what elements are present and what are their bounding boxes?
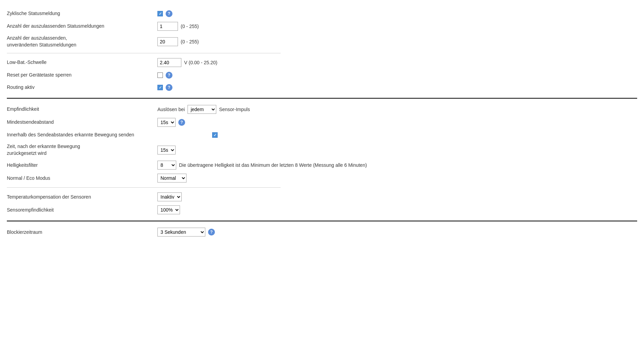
range-low-bat: V (0.00 - 25.20) bbox=[184, 60, 217, 65]
section-general: Zyklische Statusmeldung ? Anzahl der aus… bbox=[7, 3, 637, 98]
row-low-bat: Low-Bat.-Schwelle V (0.00 - 25.20) bbox=[7, 56, 637, 69]
label-zeit-bewegung: Zeit, nach der erkannte Bewegung zurückg… bbox=[7, 143, 157, 157]
label-helligkeitsfilter: Helligkeitsfilter bbox=[7, 162, 157, 169]
select-sensorempfindlichkeit[interactable]: 50% 75% 100% 125% 150% bbox=[157, 205, 180, 214]
control-blockierzeitraum: 1 Sekunde 2 Sekunden 3 Sekunden 5 Sekund… bbox=[157, 228, 637, 237]
label-mindestsendeabstand: Mindestsendeabstand bbox=[7, 119, 157, 126]
row-zyklische-statusmeldung: Zyklische Statusmeldung ? bbox=[7, 8, 637, 20]
checkbox-reset-geratetaste[interactable] bbox=[157, 72, 163, 78]
row-normal-eco: Normal / Eco Modus Normal Eco bbox=[7, 172, 637, 185]
control-empfindlichkeit: Auslösen bei jedem jedem 2. jedem 3. Sen… bbox=[157, 105, 637, 114]
checkbox-zyklische-statusmeldung[interactable] bbox=[157, 11, 163, 16]
label-blockierzeitraum: Blockierzeitraum bbox=[7, 229, 157, 236]
label-sensorempfindlichkeit: Sensorempfindlichkeit bbox=[7, 207, 157, 214]
control-normal-eco: Normal Eco bbox=[157, 174, 637, 183]
select-helligkeitsfilter[interactable]: 1 2 4 8 16 bbox=[157, 161, 176, 170]
row-helligkeitsfilter: Helligkeitsfilter 1 2 4 8 16 Die übertra… bbox=[7, 159, 637, 172]
row-sensorempfindlichkeit: Sensorempfindlichkeit 50% 75% 100% 125% … bbox=[7, 203, 637, 216]
select-normal-eco[interactable]: Normal Eco bbox=[157, 174, 186, 183]
label-anzahl-unveraendert: Anzahl der auszulassenden, unveränderten… bbox=[7, 35, 157, 48]
control-temperaturkompensation: Inaktiv Aktiv bbox=[157, 192, 637, 201]
help-icon-blockierzeitraum[interactable]: ? bbox=[208, 229, 215, 236]
select-blockierzeitraum[interactable]: 1 Sekunde 2 Sekunden 3 Sekunden 5 Sekund… bbox=[157, 228, 205, 237]
control-low-bat: V (0.00 - 25.20) bbox=[157, 58, 637, 67]
row-temperaturkompensation: Temperaturkompensation der Sensoren Inak… bbox=[7, 190, 637, 203]
row-empfindlichkeit: Empfindlichkeit Auslösen bei jedem jedem… bbox=[7, 103, 637, 116]
control-mindestsendeabstand: 3s 5s 10s 15s 30s 60s ? bbox=[157, 118, 637, 127]
control-helligkeitsfilter: 1 2 4 8 16 Die übertragene Helligkeit is… bbox=[157, 161, 637, 170]
input-anzahl-unveraendert[interactable] bbox=[157, 37, 178, 46]
control-innerhalb-sendeabstand bbox=[212, 132, 637, 138]
help-icon-reset[interactable]: ? bbox=[166, 72, 172, 79]
label-innerhalb-sendeabstand: Innerhalb des Sendeabstandes erkannte Be… bbox=[7, 132, 212, 138]
label-low-bat: Low-Bat.-Schwelle bbox=[7, 59, 157, 66]
divider-2 bbox=[7, 187, 281, 188]
section-sensor: Empfindlichkeit Auslösen bei jedem jedem… bbox=[7, 98, 637, 221]
label-normal-eco: Normal / Eco Modus bbox=[7, 175, 157, 182]
empfindlichkeit-prefix: Auslösen bei bbox=[157, 107, 185, 112]
control-anzahl-unveraendert: (0 - 255) bbox=[157, 37, 637, 46]
empfindlichkeit-suffix: Sensor-Impuls bbox=[219, 107, 250, 112]
label-reset-geratetaste: Reset per Gerätetaste sperren bbox=[7, 72, 157, 79]
select-zeit-bewegung[interactable]: 3s 5s 10s 15s 30s 60s bbox=[157, 146, 176, 154]
control-sensorempfindlichkeit: 50% 75% 100% 125% 150% bbox=[157, 205, 637, 214]
helligkeitsfilter-desc: Die übertragene Helligkeit ist das Minim… bbox=[179, 162, 367, 168]
control-reset-geratetaste: ? bbox=[157, 72, 637, 79]
page-container: Zyklische Statusmeldung ? Anzahl der aus… bbox=[0, 0, 644, 363]
row-innerhalb-sendeabstand: Innerhalb des Sendeabstandes erkannte Be… bbox=[7, 129, 637, 141]
section-blockier: Blockierzeitraum 1 Sekunde 2 Sekunden 3 … bbox=[7, 221, 637, 243]
checkbox-routing-aktiv[interactable] bbox=[157, 85, 163, 90]
checkbox-innerhalb-sendeabstand[interactable] bbox=[212, 132, 218, 138]
row-anzahl-unveraendert: Anzahl der auszulassenden, unveränderten… bbox=[7, 33, 637, 50]
control-routing-aktiv: ? bbox=[157, 84, 637, 91]
label-zyklische-statusmeldung: Zyklische Statusmeldung bbox=[7, 10, 157, 17]
control-zeit-bewegung: 3s 5s 10s 15s 30s 60s bbox=[157, 146, 637, 154]
range-anzahl-auszulassenden: (0 - 255) bbox=[181, 24, 199, 29]
input-low-bat[interactable] bbox=[157, 58, 181, 67]
row-reset-geratetaste: Reset per Gerätetaste sperren ? bbox=[7, 69, 637, 81]
select-temperaturkompensation[interactable]: Inaktiv Aktiv bbox=[157, 192, 182, 201]
row-blockierzeitraum: Blockierzeitraum 1 Sekunde 2 Sekunden 3 … bbox=[7, 226, 637, 239]
select-empfindlichkeit[interactable]: jedem jedem 2. jedem 3. bbox=[188, 105, 216, 114]
divider-1 bbox=[7, 53, 281, 53]
label-anzahl-auszulassenden: Anzahl der auszulassenden Statusmeldunge… bbox=[7, 23, 157, 30]
label-routing-aktiv: Routing aktiv bbox=[7, 84, 157, 91]
control-anzahl-auszulassenden: (0 - 255) bbox=[157, 22, 637, 31]
row-anzahl-auszulassenden: Anzahl der auszulassenden Statusmeldunge… bbox=[7, 20, 637, 33]
row-mindestsendeabstand: Mindestsendeabstand 3s 5s 10s 15s 30s 60… bbox=[7, 116, 637, 129]
label-temperaturkompensation: Temperaturkompensation der Sensoren bbox=[7, 194, 157, 201]
select-mindestsendeabstand[interactable]: 3s 5s 10s 15s 30s 60s bbox=[157, 118, 176, 127]
control-zyklische-statusmeldung: ? bbox=[157, 10, 637, 17]
help-icon-mindestsendeabstand[interactable]: ? bbox=[178, 119, 185, 126]
input-anzahl-auszulassenden[interactable] bbox=[157, 22, 178, 31]
range-anzahl-unveraendert: (0 - 255) bbox=[181, 39, 199, 44]
row-zeit-bewegung: Zeit, nach der erkannte Bewegung zurückg… bbox=[7, 141, 637, 159]
row-routing-aktiv: Routing aktiv ? bbox=[7, 81, 637, 94]
help-icon-zyklische[interactable]: ? bbox=[166, 10, 172, 17]
help-icon-routing[interactable]: ? bbox=[166, 84, 172, 91]
label-empfindlichkeit: Empfindlichkeit bbox=[7, 106, 157, 113]
